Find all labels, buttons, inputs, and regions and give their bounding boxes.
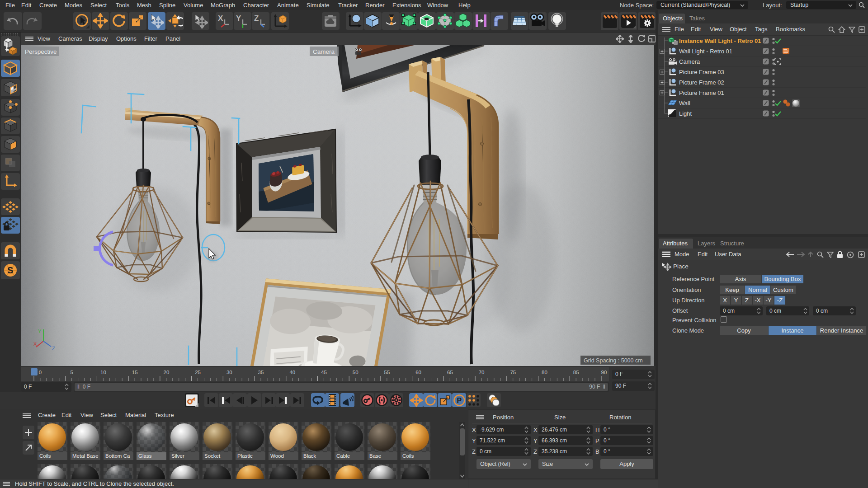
svg-text:Y: Y [38,328,42,334]
svg-text:45: 45 [321,370,327,375]
svg-text:Camera: Camera [313,48,335,55]
svg-text:75: 75 [510,370,516,375]
svg-text:P: P [457,397,462,404]
svg-text:30: 30 [226,370,232,375]
svg-text:25: 25 [195,370,201,375]
svg-text:80: 80 [542,370,547,375]
svg-text:Z: Z [254,14,259,23]
svg-text:10: 10 [100,370,106,375]
svg-text:Grid Spacing : 5000 cm: Grid Spacing : 5000 cm [584,357,643,364]
svg-text:70: 70 [479,370,485,375]
svg-text:60: 60 [415,370,421,375]
svg-text:15: 15 [132,370,138,375]
svg-text:X: X [218,14,223,23]
svg-text:S: S [7,265,13,275]
svg-text:90: 90 [601,370,607,375]
svg-text:50: 50 [353,370,359,375]
svg-text:X: X [33,341,37,347]
svg-text:20: 20 [164,370,170,375]
svg-text:0: 0 [39,370,42,375]
svg-text:65: 65 [447,370,453,375]
svg-text:Y: Y [236,14,241,23]
svg-text:85: 85 [573,370,579,375]
svg-text:5: 5 [70,370,73,375]
svg-text:40: 40 [289,370,295,375]
svg-text:Perspective: Perspective [25,48,57,55]
svg-text:35: 35 [258,370,264,375]
svg-text:Z: Z [52,346,55,351]
svg-text:55: 55 [384,370,390,375]
